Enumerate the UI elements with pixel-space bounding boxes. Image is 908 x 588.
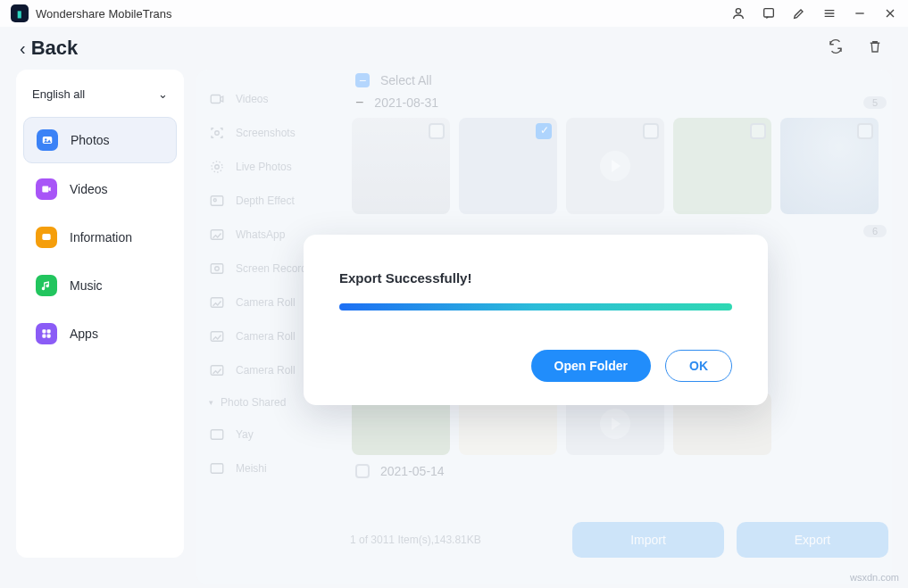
svg-point-13 (212, 161, 222, 172)
app-title: Wondershare MobileTrans (36, 7, 171, 21)
watermark: wsxdn.com (850, 572, 899, 583)
svg-rect-17 (211, 264, 223, 274)
delete-icon[interactable] (867, 38, 883, 58)
select-all-checkbox[interactable]: − (355, 73, 370, 87)
svg-rect-6 (42, 329, 46, 333)
source-item-videos[interactable]: Videos (195, 82, 346, 116)
music-icon (36, 275, 57, 296)
thumbnail-checkbox[interactable] (750, 123, 766, 139)
svg-rect-19 (211, 298, 223, 308)
date-count-badge: 5 (863, 96, 887, 109)
svg-rect-14 (211, 196, 223, 206)
export-success-modal: Export Successfully! Open Folder OK (304, 235, 768, 405)
svg-rect-4 (42, 186, 48, 193)
date-count-badge: 6 (863, 225, 887, 237)
svg-rect-7 (47, 329, 51, 333)
svg-rect-8 (42, 335, 46, 338)
source-item-meishi[interactable]: Meishi (195, 451, 346, 485)
thumbnail[interactable] (459, 118, 557, 214)
thumbnail[interactable] (780, 118, 879, 214)
sidebar-item-label: Videos (70, 182, 108, 196)
export-button[interactable]: Export (737, 522, 888, 558)
back-button[interactable]: ‹ Back (20, 37, 78, 60)
sidebar-item-information[interactable]: Information (23, 215, 177, 260)
svg-point-11 (215, 131, 220, 136)
status-text: 1 of 3011 Item(s),143.81KB (350, 534, 481, 546)
svg-point-0 (736, 9, 740, 13)
svg-rect-10 (211, 95, 221, 104)
date-label: 2021-08-31 (374, 95, 438, 110)
sidebar-item-videos[interactable]: Videos (23, 167, 177, 211)
information-icon (36, 227, 57, 248)
account-icon[interactable] (731, 6, 746, 21)
refresh-icon[interactable] (828, 38, 844, 58)
svg-point-3 (45, 138, 46, 140)
sidebar-item-apps[interactable]: Apps (23, 311, 177, 356)
svg-rect-23 (211, 464, 223, 474)
back-header: ‹ Back (0, 27, 908, 70)
svg-rect-5 (42, 234, 50, 240)
svg-rect-16 (211, 230, 223, 240)
date-group-checkbox[interactable]: − (355, 95, 363, 111)
back-label: Back (31, 37, 79, 60)
sidebar-item-music[interactable]: Music (23, 263, 177, 308)
svg-point-15 (213, 199, 216, 202)
svg-point-12 (215, 165, 220, 170)
source-item-screenshots[interactable]: Screenshots (195, 116, 346, 150)
source-item-livephotos[interactable]: Live Photos (195, 150, 346, 184)
photos-icon (37, 129, 58, 151)
svg-rect-21 (211, 366, 223, 376)
thumbnail-checkbox[interactable] (536, 123, 552, 139)
select-all-label: Select All (380, 73, 432, 87)
chevron-left-icon: ‹ (20, 38, 26, 59)
date-group-checkbox[interactable] (355, 464, 370, 478)
sidebar-item-label: Music (70, 278, 103, 293)
sidebar-item-label: Information (70, 230, 132, 244)
sidebar-item-label: Apps (70, 327, 98, 341)
thumbnail-checkbox[interactable] (429, 123, 445, 139)
thumbnail[interactable] (673, 118, 771, 214)
svg-point-18 (215, 267, 220, 271)
svg-rect-1 (764, 9, 774, 17)
source-item-yay[interactable]: Yay (195, 418, 346, 451)
videos-icon (36, 178, 57, 200)
svg-rect-20 (211, 332, 223, 342)
chevron-down-icon: ⌄ (158, 87, 168, 101)
open-folder-button[interactable]: Open Folder (531, 350, 651, 382)
minimize-icon[interactable] (853, 6, 867, 21)
apps-icon (36, 323, 57, 344)
language-selector[interactable]: English all ⌄ (23, 82, 177, 113)
title-bar: ▮ Wondershare MobileTrans (0, 0, 908, 27)
category-sidebar: English all ⌄ Photos Videos Information … (16, 70, 184, 558)
svg-rect-22 (211, 430, 223, 440)
progress-bar (339, 303, 732, 311)
svg-rect-9 (47, 335, 51, 338)
import-button[interactable]: Import (572, 522, 724, 558)
source-item-deptheffect[interactable]: Depth Effect (195, 184, 346, 218)
menu-icon[interactable] (822, 6, 837, 21)
feedback-icon[interactable] (762, 6, 776, 21)
modal-title: Export Successfully! (339, 270, 732, 286)
thumbnail-checkbox[interactable] (857, 123, 873, 139)
thumbnail-checkbox[interactable] (643, 123, 659, 139)
edit-icon[interactable] (792, 6, 806, 21)
thumbnail[interactable] (352, 118, 450, 214)
language-label: English all (32, 87, 85, 101)
ok-button[interactable]: OK (665, 350, 732, 382)
thumbnail-video[interactable] (566, 118, 664, 214)
date-label: 2021-05-14 (380, 464, 445, 478)
sidebar-item-label: Photos (71, 133, 110, 147)
close-icon[interactable] (883, 6, 897, 21)
app-logo: ▮ (11, 4, 29, 22)
sidebar-item-photos[interactable]: Photos (23, 117, 177, 163)
